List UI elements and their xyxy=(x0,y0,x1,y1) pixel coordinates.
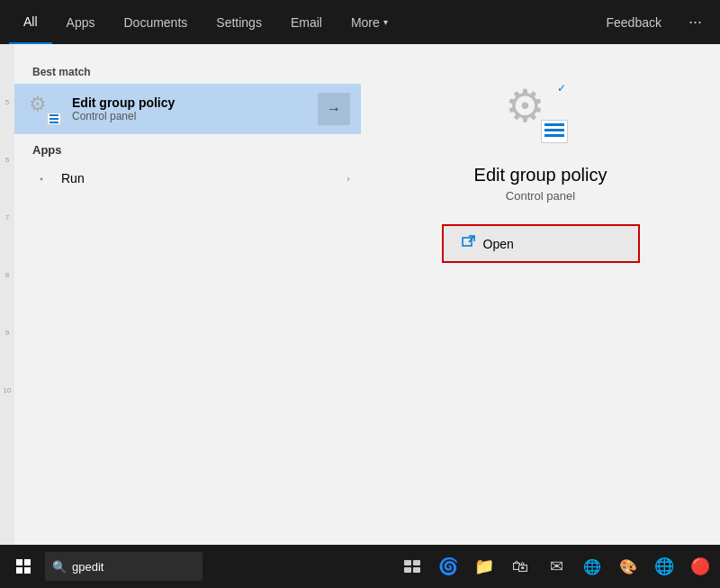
best-match-label: Best match xyxy=(14,59,361,84)
nav-apps[interactable]: Apps xyxy=(52,0,110,44)
taskbar-right-icons: 🌀 📁 🛍 ✉ 🌐 🎨 🌐 🔴 xyxy=(396,550,716,583)
apps-section-label: Apps xyxy=(14,134,361,162)
svg-rect-0 xyxy=(463,238,472,246)
edge-icon[interactable]: 🌀 xyxy=(432,550,464,583)
chrome-icon[interactable]: 🔴 xyxy=(684,550,716,583)
open-icon xyxy=(462,235,476,252)
best-match-text: Edit group policy Control panel xyxy=(72,95,318,122)
svg-rect-4 xyxy=(16,567,22,574)
store-icon[interactable]: 🛍 xyxy=(504,550,536,583)
mail-icon[interactable]: ✉ xyxy=(540,550,572,583)
run-app-name: Run xyxy=(61,171,346,185)
chevron-down-icon: ▾ xyxy=(383,17,388,27)
run-chevron-icon: › xyxy=(346,173,350,184)
more-options-button[interactable]: ··· xyxy=(680,0,711,44)
open-button[interactable]: Open xyxy=(442,224,640,263)
best-match-item[interactable]: ⚙ Edit group policy Control panel → xyxy=(14,84,361,134)
gpedit-small-icon: ⚙ xyxy=(29,93,61,125)
paint-icon[interactable]: 🎨 xyxy=(612,550,644,583)
main-content: 5 6 7 8 9 10 Best match ⚙ E xyxy=(0,44,720,545)
svg-rect-5 xyxy=(24,567,31,574)
nav-email[interactable]: Email xyxy=(276,0,337,44)
taskbar-search[interactable]: 🔍 gpedit xyxy=(45,552,202,581)
detail-subtitle: Control panel xyxy=(506,189,575,203)
nav-more[interactable]: More ▾ xyxy=(337,0,402,44)
nav-all[interactable]: All xyxy=(9,0,52,44)
svg-rect-9 xyxy=(413,567,420,573)
best-match-subtitle: Control panel xyxy=(72,110,318,122)
nav-settings[interactable]: Settings xyxy=(202,0,276,44)
search-icon: 🔍 xyxy=(52,560,67,574)
media-icon[interactable]: 🌐 xyxy=(576,550,608,583)
ruler: 5 6 7 8 9 10 xyxy=(0,44,14,545)
run-icon: ▪ xyxy=(32,169,50,187)
task-view-icon[interactable] xyxy=(396,550,428,583)
svg-rect-2 xyxy=(16,559,22,565)
detail-title: Edit group policy xyxy=(474,165,608,185)
feedback-button[interactable]: Feedback xyxy=(592,0,676,44)
run-app-item[interactable]: ▪ Run › xyxy=(14,162,361,194)
svg-rect-8 xyxy=(404,567,411,573)
browser-icon[interactable]: 🌐 xyxy=(648,550,680,583)
svg-rect-6 xyxy=(404,560,411,565)
search-input-value: gpedit xyxy=(72,560,104,574)
taskbar: 🔍 gpedit 🌀 📁 🛍 ✉ 🌐 🎨 xyxy=(0,545,720,588)
folder-icon[interactable]: 📁 xyxy=(468,550,500,583)
nav-right: Feedback ··· xyxy=(592,0,712,44)
best-match-title: Edit group policy xyxy=(72,95,318,110)
start-button[interactable] xyxy=(4,547,43,586)
left-panel: Best match ⚙ Edit group policy Control p… xyxy=(14,44,361,545)
arrow-button[interactable]: → xyxy=(318,93,350,125)
right-panel: ⚙ ✓ Edit group policy Control panel Op xyxy=(361,44,720,545)
detail-icon: ⚙ ✓ xyxy=(505,80,577,152)
top-nav: All Apps Documents Settings Email More ▾… xyxy=(0,0,720,44)
svg-rect-7 xyxy=(413,560,420,565)
open-label: Open xyxy=(483,237,514,251)
svg-rect-3 xyxy=(24,559,31,565)
nav-documents[interactable]: Documents xyxy=(109,0,202,44)
